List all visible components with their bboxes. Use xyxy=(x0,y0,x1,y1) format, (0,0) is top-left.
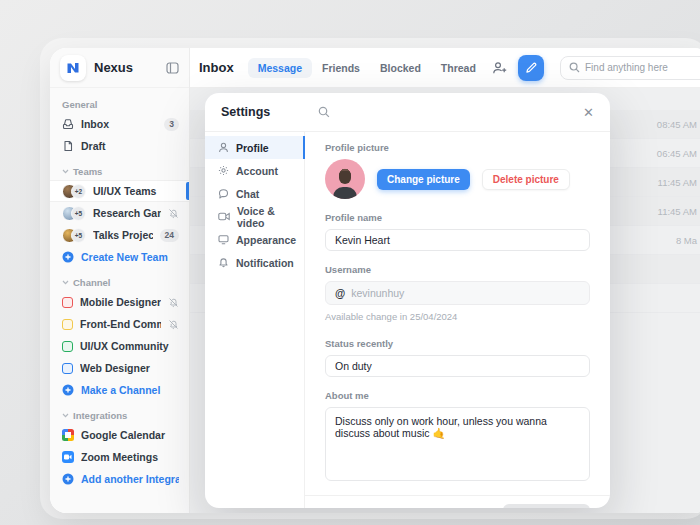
settings-footer: Save changes xyxy=(305,495,610,508)
tab-thread[interactable]: Thread xyxy=(431,58,486,78)
mute-bell-icon[interactable] xyxy=(168,297,179,308)
chevron-down-icon xyxy=(62,280,69,285)
chevron-down-icon xyxy=(62,413,69,418)
google-calendar-icon xyxy=(62,429,74,441)
settings-header: Settings ✕ xyxy=(205,93,610,132)
tab-friends[interactable]: Friends xyxy=(312,58,370,78)
profile-name-input[interactable] xyxy=(325,229,590,251)
settings-nav-appearance[interactable]: Appearance xyxy=(205,228,304,251)
sidebar-item-inbox[interactable]: Inbox 3 xyxy=(50,113,189,135)
about-me-label: About me xyxy=(325,390,590,401)
sidebar-item-label: UI/UX Teams xyxy=(93,185,179,197)
section-integrations[interactable]: Integrations xyxy=(50,401,189,424)
status-label: Status recently xyxy=(325,338,590,349)
global-search[interactable] xyxy=(560,56,700,80)
sidebar-item-frontend-community[interactable]: Front-End Community xyxy=(50,313,189,335)
action-label: Make a Channel xyxy=(81,384,179,396)
settings-nav-account[interactable]: Account xyxy=(205,159,304,182)
make-a-channel-button[interactable]: Make a Channel xyxy=(50,379,189,401)
talks-count-badge: 24 xyxy=(160,229,179,242)
section-teams[interactable]: Teams xyxy=(50,157,189,180)
sidebar-item-research-gang[interactable]: +5 Research Gang xyxy=(50,202,189,224)
draft-icon xyxy=(62,140,74,152)
sidebar-nav: General Inbox 3 Draft Teams xyxy=(50,88,189,490)
search-input[interactable] xyxy=(585,62,685,73)
channel-square-icon xyxy=(62,297,73,308)
compose-button[interactable] xyxy=(518,55,544,81)
sidebar-item-label: Zoom Meetings xyxy=(81,451,179,463)
settings-nav-chat[interactable]: Chat xyxy=(205,182,304,205)
top-bar-actions xyxy=(492,55,700,81)
settings-nav-label: Appearance xyxy=(236,234,296,246)
team-avatar: +2 xyxy=(62,184,86,199)
channel-square-icon xyxy=(62,363,73,374)
channel-square-icon xyxy=(62,341,73,352)
settings-title: Settings xyxy=(221,105,270,119)
section-label: Channel xyxy=(73,277,110,288)
section-label: General xyxy=(62,99,97,110)
app-window: Nexus General Inbox 3 Draft xyxy=(50,48,700,513)
plus-circle-icon xyxy=(62,473,74,485)
sidebar-item-zoom-meetings[interactable]: Zoom Meetings xyxy=(50,446,189,468)
plus-circle-icon xyxy=(62,251,74,263)
sidebar-collapse-icon[interactable] xyxy=(166,62,179,74)
create-new-team-button[interactable]: Create New Team xyxy=(50,246,189,268)
monitor-icon xyxy=(218,234,229,245)
sidebar-item-mobile-designer[interactable]: Mobile Designer xyxy=(50,291,189,313)
about-me-textarea[interactable]: Discuss only on work hour, unless you wa… xyxy=(325,407,590,481)
status-input[interactable] xyxy=(325,355,590,377)
settings-nav-notification[interactable]: Notification xyxy=(205,251,304,274)
sidebar-header: Nexus xyxy=(50,48,189,88)
settings-nav: Profile Account Chat xyxy=(205,132,305,508)
add-friend-icon[interactable] xyxy=(492,61,508,75)
plus-circle-icon xyxy=(62,384,74,396)
change-picture-button[interactable]: Change picture xyxy=(377,169,470,190)
sidebar-item-uiux-teams[interactable]: +2 UI/UX Teams xyxy=(50,180,189,202)
sidebar-item-label: Mobile Designer xyxy=(80,296,161,308)
action-label: Create New Team xyxy=(81,251,179,263)
sidebar-item-draft[interactable]: Draft xyxy=(50,135,189,157)
section-label: Integrations xyxy=(73,410,127,421)
sidebar-item-google-calendar[interactable]: Google Calendar xyxy=(50,424,189,446)
channel-square-icon xyxy=(62,319,73,330)
section-label: Teams xyxy=(73,166,102,177)
username-input[interactable] xyxy=(351,287,580,299)
delete-picture-button[interactable]: Delete picture xyxy=(482,169,570,190)
sidebar-item-label: UI/UX Community xyxy=(80,340,179,352)
profile-picture-label: Profile picture xyxy=(325,142,590,153)
sidebar-item-label: Inbox xyxy=(81,118,157,130)
sidebar-item-uiux-community[interactable]: UI/UX Community xyxy=(50,335,189,357)
save-changes-button[interactable]: Save changes xyxy=(503,504,590,508)
sidebar-item-label: Research Gang xyxy=(93,207,161,219)
tab-message[interactable]: Message xyxy=(248,58,312,78)
sidebar-item-label: Web Designer xyxy=(80,362,179,374)
section-channel[interactable]: Channel xyxy=(50,268,189,291)
mute-bell-icon[interactable] xyxy=(168,208,179,219)
inbox-count-badge: 3 xyxy=(164,118,179,131)
search-icon xyxy=(569,62,580,73)
zoom-icon xyxy=(62,451,74,463)
settings-nav-label: Profile xyxy=(236,142,269,154)
sidebar-item-label: Talks Project xyxy=(93,229,153,241)
settings-nav-profile[interactable]: Profile xyxy=(205,136,304,159)
top-bar: Inbox Message Friends Blocked Thread xyxy=(190,48,700,88)
settings-modal: Settings ✕ Profile Account xyxy=(205,93,610,508)
settings-search-icon[interactable] xyxy=(318,106,330,118)
profile-name-label: Profile name xyxy=(325,212,590,223)
add-another-integrations-button[interactable]: Add another Integrations xyxy=(50,468,189,490)
sidebar-item-label: Front-End Community xyxy=(80,318,161,330)
sidebar: Nexus General Inbox 3 Draft xyxy=(50,48,190,513)
username-input-wrapper: @ xyxy=(325,281,590,305)
sidebar-item-web-designer[interactable]: Web Designer xyxy=(50,357,189,379)
close-icon[interactable]: ✕ xyxy=(583,106,594,119)
settings-nav-label: Voice & video xyxy=(237,205,304,229)
mute-bell-icon[interactable] xyxy=(168,319,179,330)
settings-nav-voice-video[interactable]: Voice & video xyxy=(205,205,304,228)
nexus-logo-icon xyxy=(60,55,86,81)
team-avatar: +5 xyxy=(62,228,86,243)
tab-blocked[interactable]: Blocked xyxy=(370,58,431,78)
gear-icon xyxy=(218,165,229,176)
section-general: General xyxy=(50,90,189,113)
sidebar-item-talks-project[interactable]: +5 Talks Project 24 xyxy=(50,224,189,246)
bell-icon xyxy=(218,257,229,268)
